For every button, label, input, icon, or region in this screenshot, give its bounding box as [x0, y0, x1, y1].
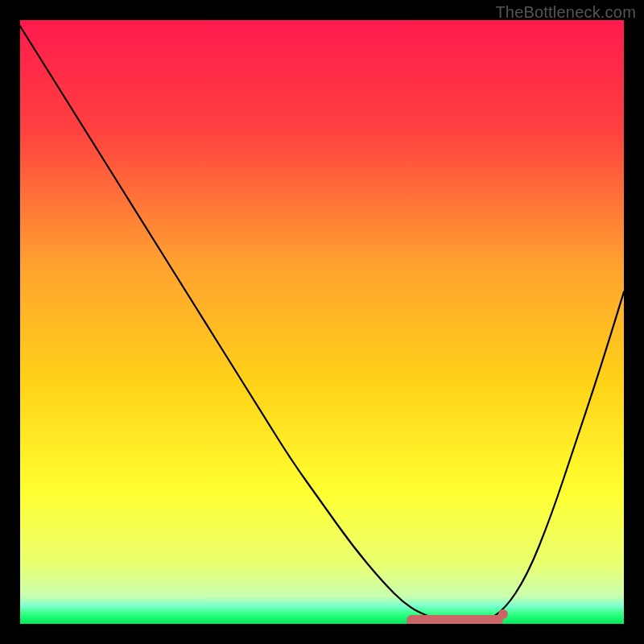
chart-frame: TheBottleneck.com — [0, 0, 644, 644]
watermark-text: TheBottleneck.com — [495, 3, 636, 22]
sweet-spot-band — [407, 615, 503, 624]
sweet-spot-dot — [498, 609, 508, 619]
bottleneck-curve — [20, 20, 624, 624]
plot-area — [20, 20, 624, 624]
